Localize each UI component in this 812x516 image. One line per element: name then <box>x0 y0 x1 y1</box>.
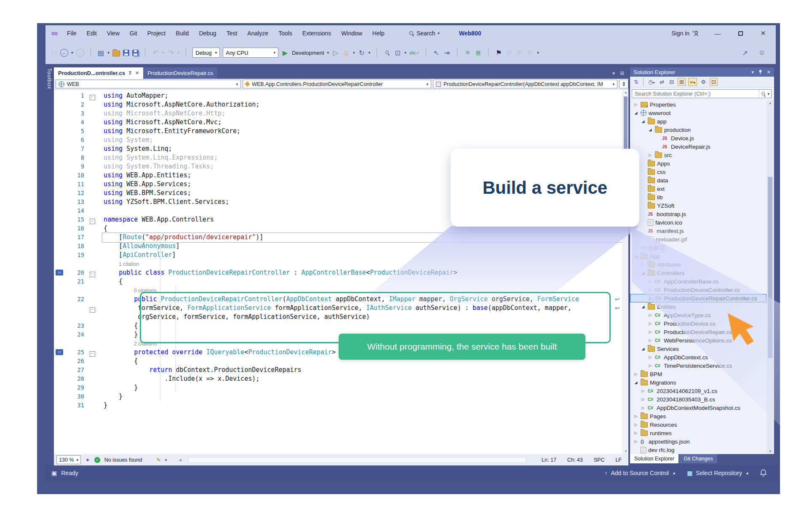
collapsed-arrow-icon[interactable]: ▷ <box>633 102 638 107</box>
reference-marker-icon[interactable]: ○↑ <box>56 349 63 355</box>
menu-git[interactable]: Git <box>125 29 142 38</box>
code-cleanup-caret[interactable]: ▾ <box>165 458 167 462</box>
properties-gear-icon[interactable]: ⚙ <box>700 78 707 86</box>
code-line[interactable]: − formService, FormApplicationService fo… <box>54 304 628 313</box>
menu-analyze[interactable]: Analyze <box>242 29 273 38</box>
close-button[interactable]: ✕ <box>759 29 767 37</box>
window-position-caret-icon[interactable]: ▾ <box>751 70 754 75</box>
pending-changes-filter-icon[interactable]: ◷▾ <box>647 78 656 86</box>
member-dropdown[interactable]: ProductionDeviceRepairController(AppDbCo… <box>433 80 617 88</box>
scroll-down-icon[interactable]: ▼ <box>767 449 774 453</box>
menu-help[interactable]: Help <box>367 29 390 38</box>
close-icon[interactable]: ✕ <box>767 70 771 75</box>
decrease-indent-button[interactable]: ≡ <box>464 49 471 56</box>
issues-status[interactable]: No issues found <box>104 457 142 463</box>
collapsed-arrow-icon[interactable]: ▷ <box>648 338 653 342</box>
navigate-back-caret[interactable]: ▾ <box>71 51 73 55</box>
code-line[interactable]: 4using Microsoft.AspNetCore.Mvc; <box>54 118 628 127</box>
tree-item-src[interactable]: ▷src <box>630 151 767 159</box>
menu-edit[interactable]: Edit <box>82 29 102 38</box>
tree-item-properties[interactable]: ▷Properties <box>630 100 767 109</box>
preview-selected-items-icon[interactable]: ⊡ <box>710 78 718 86</box>
fold-collapse-icon[interactable]: − <box>90 351 95 357</box>
tree-item-resources[interactable]: ▷Resources <box>630 420 767 429</box>
code-line[interactable]: orgService, formService, formApplication… <box>54 313 628 321</box>
tree-item-favicon-ico[interactable]: favicon.ico <box>630 218 767 227</box>
reference-marker-icon[interactable]: ○↑ <box>56 270 63 275</box>
type-dropdown[interactable]: WEB.App.Controllers.ProductionDeviceRepa… <box>243 80 431 88</box>
fold-collapse-icon[interactable]: − <box>90 307 95 313</box>
tree-item-bootstrap-js[interactable]: JSbootstrap.js <box>630 210 767 218</box>
minimize-button[interactable]: — <box>713 30 722 37</box>
add-to-source-control-button[interactable]: ↑ Add to Source Control ▲ <box>604 470 676 476</box>
collapsed-arrow-icon[interactable]: ▷ <box>633 422 638 427</box>
code-line[interactable]: 31} <box>54 401 628 410</box>
solution-configuration-dropdown[interactable]: Debug▾ <box>192 48 220 58</box>
code-line[interactable]: 6using System; <box>54 136 628 144</box>
menu-file[interactable]: File <box>62 29 82 38</box>
previous-bookmark-button[interactable]: ⚐ <box>505 49 513 57</box>
fold-collapse-icon[interactable]: − <box>90 272 95 277</box>
code-line[interactable]: 3using Microsoft.AspNetCore.Http; <box>54 109 628 118</box>
collapsed-arrow-icon[interactable]: ▷ <box>648 330 653 334</box>
menu-build[interactable]: Build <box>171 29 194 38</box>
code-line[interactable]: 2using Microsoft.AspNetCore.Authorizatio… <box>54 100 628 109</box>
send-feedback-icon[interactable]: ☺ <box>758 49 766 57</box>
menu-project[interactable]: Project <box>142 29 171 38</box>
menu-debug[interactable]: Debug <box>194 29 221 38</box>
code-line[interactable]: 23 { <box>54 321 628 330</box>
collapsed-arrow-icon[interactable]: ▷ <box>648 321 653 326</box>
start-debugging-button[interactable]: ▶ <box>281 49 289 57</box>
collapse-all-icon[interactable]: ⊟ <box>668 78 675 86</box>
menu-tools[interactable]: Tools <box>273 29 297 38</box>
code-line[interactable]: 27 return dbContext.ProductionDeviceRepa… <box>54 366 628 374</box>
expanded-arrow-icon[interactable]: ◢ <box>641 305 646 309</box>
code-line[interactable]: 1−using AutoMapper; <box>54 91 628 100</box>
pin-icon[interactable] <box>759 70 762 75</box>
intellicode-icon[interactable]: ✦ <box>85 457 90 463</box>
tree-item-lib[interactable]: lib <box>630 193 767 201</box>
restart-caret[interactable]: ▾ <box>369 51 371 55</box>
toolbox-panel-tab[interactable]: Toolbox <box>45 64 54 115</box>
codelens-citations[interactable]: 1 citation <box>119 261 139 267</box>
tree-item-manifest-js[interactable]: JSmanifest.js <box>630 227 767 235</box>
toolbar-drag-handle[interactable]: ⋮⋮ <box>50 50 57 56</box>
collapsed-arrow-icon[interactable]: ▷ <box>633 372 638 376</box>
select-repository-button[interactable]: ▦ Select Repository ▲ <box>687 470 749 476</box>
search-control[interactable]: Search ▾ <box>409 30 440 37</box>
split-window-button[interactable]: ⇕ <box>619 80 628 88</box>
share-icon[interactable]: ↗ <box>741 49 749 57</box>
tree-item-wwwroot[interactable]: ◢wwwroot <box>630 109 767 117</box>
collapsed-arrow-icon[interactable]: ▷ <box>641 389 646 393</box>
redo-caret[interactable]: ▾ <box>178 51 180 55</box>
collapsed-arrow-icon[interactable]: ▷ <box>648 355 653 359</box>
code-cleanup-icon[interactable]: ✎ <box>156 457 160 463</box>
new-project-button[interactable]: ▤ <box>97 49 105 57</box>
launch-profile-label[interactable]: Development <box>292 50 324 56</box>
code-line[interactable]: 5using Microsoft.EntityFrameworkCore; <box>54 127 628 136</box>
tree-item-yzsoft[interactable]: YZSoft <box>630 201 767 210</box>
collapsed-arrow-icon[interactable]: ▷ <box>641 406 646 410</box>
collapsed-arrow-icon[interactable]: ▷ <box>648 364 653 368</box>
new-project-caret[interactable]: ▾ <box>108 51 110 55</box>
clear-bookmarks-button[interactable]: ⚐ <box>526 49 534 57</box>
sync-caret[interactable]: ▾ <box>404 51 406 55</box>
collapsed-arrow-icon[interactable]: ▷ <box>633 439 638 444</box>
restart-button[interactable]: ↻ <box>358 49 366 57</box>
navigate-forward-button[interactable]: → <box>76 49 84 57</box>
tree-item-20230418035403-b-cs[interactable]: ▷C#20230418035403_B.cs <box>630 395 767 404</box>
expanded-arrow-icon[interactable]: ◢ <box>641 119 646 123</box>
collapsed-arrow-icon[interactable]: ▷ <box>633 431 638 435</box>
editor-vertical-scrollbar[interactable]: ▲ ▼ <box>622 90 628 454</box>
menu-test[interactable]: Test <box>222 29 243 38</box>
pin-icon[interactable]: ⊼ <box>128 70 132 76</box>
tab-production-device-repair-controller[interactable]: ProductionD...ontroller.cs ⊼ ✕ <box>54 67 143 79</box>
solution-explorer-sync-button[interactable]: ⊡ <box>394 49 401 57</box>
tab-production-device-repair[interactable]: ProductionDeviceRepair.cs <box>143 67 217 79</box>
scroll-up-icon[interactable]: ▲ <box>623 91 629 94</box>
tree-item-runtimes[interactable]: ▷runtimes <box>630 429 767 437</box>
collapsed-arrow-icon[interactable]: ▷ <box>648 313 653 317</box>
open-file-button[interactable] <box>112 51 120 56</box>
navigate-back-button[interactable]: ← <box>60 49 68 57</box>
search-options-caret[interactable]: ▾ <box>767 92 769 96</box>
